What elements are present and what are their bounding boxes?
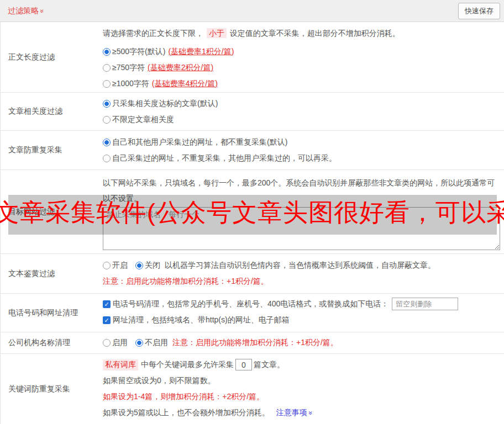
row-relevance-filter: 文章相关度过滤 只采集相关度达标的文章(默认) 不限定文章相关度 [1,93,504,131]
chevron-down-icon: » [307,411,314,415]
quick-save-button[interactable]: 快速保存 [458,3,500,19]
option-label: ≥1000字符 [112,79,149,89]
option-porn-filter-off[interactable]: 关闭 [135,261,160,271]
radio-icon[interactable] [103,262,111,269]
page-header: 过滤策略 » 快速保存 [0,0,504,22]
row-keyword-dedup: 关键词防重复采集 私有词库 中每个关键词最多允许采集 篇文章。 如果留空或设为0… [1,354,504,424]
keyword-limit-text: 中每个关键词最多允许采集 [141,360,234,370]
option-relevance-any[interactable]: 不限定文章相关度 [103,112,504,128]
settings-rows: 正文长度过滤 请选择需求的正文长度下限， 小于 设定值的文章不采集，超出部分不增… [0,22,504,424]
url-cleanup-option[interactable]: 网址清理，包括纯域名、带http(s)的网址、电子邮箱 [103,312,504,328]
radio-icon[interactable] [103,64,111,72]
notice-link-label: 注意事项 [276,408,307,418]
keyword-limit-input[interactable] [235,359,252,370]
radio-icon[interactable] [103,339,111,347]
option-500-chars[interactable]: ≥500字符(默认) (基础费率1积分/篇) [103,44,504,60]
radio-selected-icon[interactable] [103,139,111,146]
page-title-text: 过滤策略 [8,6,39,16]
body-length-description: 请选择需求的正文长度下限， 小于 设定值的文章不采集，超出部分不增加积分消耗。 [103,28,504,39]
option-label: 自己采集过的网址，不重复采集，其他用户采集过的，可以再采。 [112,153,337,163]
checkbox-label: 网址清理，包括纯域名、带http(s)的网址、电子邮箱 [113,315,290,325]
checkbox-label: 电话号码清理，包括常见的手机号、座机号、400电话格式，或替换成如下电话： [113,299,389,309]
row-label: 电话号码和网址清理 [1,294,103,332]
keyword-limit-unit: 篇文章。 [254,360,285,370]
radio-selected-icon[interactable] [135,262,143,269]
radio-icon[interactable] [103,80,111,88]
option-relevance-only[interactable]: 只采集相关度达标的文章(默认) [103,96,504,112]
desc-prefix: 请选择需求的正文长度下限， [103,29,203,38]
option-label: ≥500字符(默认) [112,47,165,57]
option-porn-filter-on[interactable]: 开启 [103,261,128,271]
radio-selected-icon[interactable] [103,100,111,108]
option-750-chars[interactable]: ≥750字符 (基础费率2积分/篇) [103,60,504,76]
row-porn-text-filter: 文本鉴黄过滤 开启 关闭 以机器学习算法自动识别色情内容，当色情概率达到系统阈值… [1,254,504,294]
keyword-dedup-note-1: 如果留空或设为0，则不限篇数。 [103,373,504,389]
option-dedup-self-only[interactable]: 自己采集过的网址，不重复采集，其他用户采集过的，可以再采。 [103,150,504,166]
fee-note: (基础费率4积分/篇) [152,79,218,89]
option-label: 关闭 [145,261,160,271]
checkbox-checked-icon[interactable] [103,300,111,308]
option-1000-chars[interactable]: ≥1000字符 (基础费率4积分/篇) [103,76,504,92]
option-label: 自己和其他用户采集过的网址，都不重复采集(默认) [112,137,287,147]
radio-selected-icon[interactable] [103,48,111,56]
option-label: 启用 [112,338,128,348]
option-company-clean-enable[interactable]: 启用 [103,338,128,348]
filter-strategy-page: 过滤策略 » 快速保存 正文长度过滤 请选择需求的正文长度下限， 小于 设定值的… [0,0,504,424]
option-label: ≥750字符 [112,63,145,73]
porn-filter-description: 以机器学习算法自动识别色情内容，当色情概率达到系统阈值，自动屏蔽文章。 [165,261,435,271]
option-label: 不限定文章相关度 [112,115,174,125]
website-filter-description: 以下网站不采集，只填域名，每行一个，最多200个。系统会自动识别并屏蔽那些非文章… [103,175,502,206]
porn-filter-cost-note: 注意：启用此功能将增加积分消耗：+1积分/篇。 [103,273,504,289]
keyword-dedup-note-2: 如果设为5篇或以上，也不会额外增加积分消耗。 [103,408,270,418]
checkbox-checked-icon[interactable] [103,316,111,324]
row-label: 文章防重复采集 [1,131,103,169]
row-target-website-filter: 目标网站过滤 以下网站不采集，只填域名，每行一个，最多200个。系统会自动识别并… [1,170,504,254]
fee-note: (基础费率2积分/篇) [148,63,213,73]
radio-selected-icon[interactable] [135,339,143,347]
option-label: 只采集相关度达标的文章(默认) [112,99,218,109]
row-company-name-cleanup: 公司机构名称清理 启用 不启用 注意：启用此功能将增加积分消耗：+1积分/篇。 [1,332,504,354]
phone-cleanup-option[interactable]: 电话号码清理，包括常见的手机号、座机号、400电话格式，或替换成如下电话： [103,296,504,312]
blocked-domains-textarea[interactable] [103,207,500,250]
row-label: 文本鉴黄过滤 [1,254,103,293]
row-label: 公司机构名称清理 [1,332,103,353]
radio-icon[interactable] [103,116,111,124]
chevron-down-icon: » [39,9,45,13]
row-label: 文章相关度过滤 [1,93,103,130]
row-body-length-filter: 正文长度过滤 请选择需求的正文长度下限， 小于 设定值的文章不采集，超出部分不增… [1,22,504,93]
notice-link[interactable]: 注意事项 » [276,408,313,418]
option-dedup-all-users[interactable]: 自己和其他用户采集过的网址，都不重复采集(默认) [103,134,504,150]
row-dedup-collection: 文章防重复采集 自己和其他用户采集过的网址，都不重复采集(默认) 自己采集过的网… [1,131,504,170]
page-title[interactable]: 过滤策略 » [8,6,44,16]
company-clean-cost-note: 注意：启用此功能将增加积分消耗：+1积分/篇。 [172,338,338,348]
private-lexicon-tag: 私有词库 [103,359,138,370]
option-company-clean-disable[interactable]: 不启用 [135,338,168,348]
fee-note: (基础费率1积分/篇) [168,47,234,57]
keyword-dedup-cost-note: 如果设为1-4篇，则增加积分消耗：+2积分/篇。 [103,389,504,405]
option-label: 开启 [112,261,128,271]
radio-icon[interactable] [103,155,111,162]
row-label: 正文长度过滤 [1,22,103,92]
row-label: 关键词防重复采集 [1,354,103,424]
less-than-tag: 小于 [207,28,227,38]
row-label: 目标网站过滤 [1,170,103,253]
row-phone-url-cleanup: 电话号码和网址清理 电话号码清理，包括常见的手机号、座机号、400电话格式，或替… [1,294,504,332]
replacement-phone-input[interactable] [392,298,458,310]
desc-suffix: 设定值的文章不采集，超出部分不增加积分消耗。 [230,29,400,38]
option-label: 不启用 [145,338,168,348]
